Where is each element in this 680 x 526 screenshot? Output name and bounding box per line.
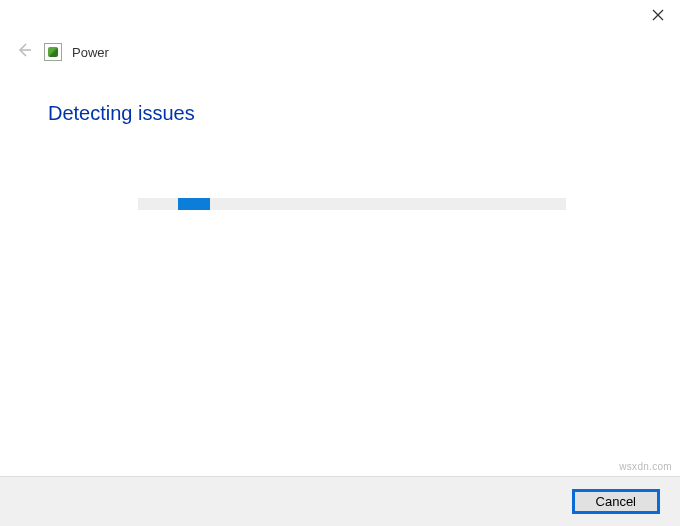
close-icon: [652, 7, 664, 25]
watermark-text: wsxdn.com: [619, 461, 672, 472]
titlebar: [635, 0, 680, 32]
progress-bar: [138, 198, 566, 210]
cancel-button[interactable]: Cancel: [572, 489, 660, 514]
progress-indicator: [178, 198, 210, 210]
page-heading: Detecting issues: [48, 102, 195, 125]
back-button[interactable]: [14, 42, 34, 62]
window-title: Power: [72, 45, 109, 60]
power-troubleshooter-icon: [44, 43, 62, 61]
footer: Cancel: [0, 476, 680, 526]
arrow-left-icon: [15, 41, 33, 63]
header: Power: [14, 42, 109, 62]
close-button[interactable]: [635, 1, 680, 31]
